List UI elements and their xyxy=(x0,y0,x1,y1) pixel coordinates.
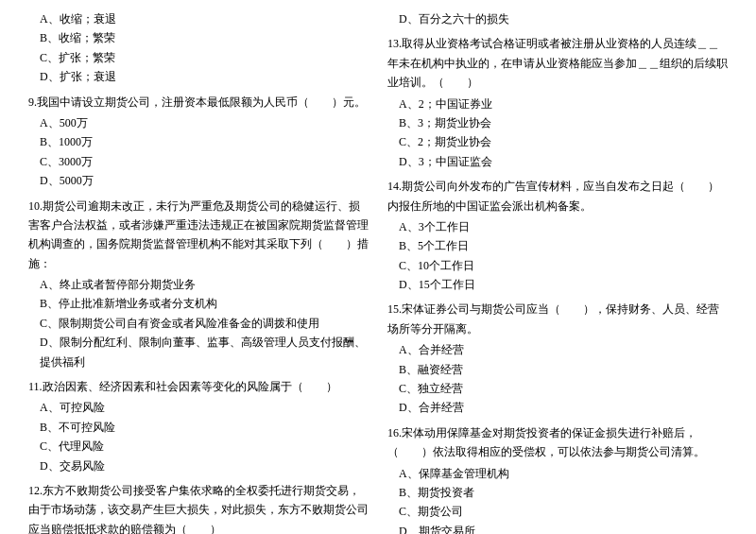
option: B、停止批准新增业务或者分支机构 xyxy=(28,294,369,313)
option: D、15个工作日 xyxy=(387,275,728,294)
option: A、500万 xyxy=(28,113,369,132)
option: C、2；期货业协会 xyxy=(387,132,728,151)
right-column: D、百分之六十的损失13.取得从业资格考试合格证明或者被注册从业资格的人员连续＿… xyxy=(387,9,728,534)
option: A、收缩；衰退 xyxy=(28,9,369,28)
option: A、2；中国证券业 xyxy=(387,95,728,113)
left-column: A、收缩；衰退B、收缩；繁荣C、扩张；繁荣D、扩张；衰退9.我国中请设立期货公司… xyxy=(28,9,369,534)
option: D、期货交易所 xyxy=(387,522,728,534)
question-text: 13.取得从业资格考试合格证明或者被注册从业资格的人员连续＿＿年未在机构中执业的… xyxy=(387,34,728,92)
option: B、收缩；繁荣 xyxy=(28,28,369,47)
question-text: 10.期货公司逾期未改正，未行为严重危及期货公司的稳健运行、损害客户合法权益，或… xyxy=(28,197,369,274)
option: C、限制期货公司自有资金或者风险准备金的调拨和使用 xyxy=(28,314,369,333)
question-text: 15.宋体证券公司与期货公司应当（ ），保持财务、人员、经营场所等分开隔离。 xyxy=(387,300,728,338)
question-block: 12.东方不败期货公司接受客户集依求略的全权委托进行期货交易，由于市场动荡，该交… xyxy=(28,481,369,534)
option: D、扩张；衰退 xyxy=(28,67,369,86)
option: C、独立经营 xyxy=(387,379,728,398)
option: D、合并经营 xyxy=(387,398,728,417)
question-block: 16.宋体动用保障基金对期货投资者的保证金损失进行补赔后，（ ）依法取得相应的受… xyxy=(387,423,728,534)
option: A、可控风险 xyxy=(28,398,369,417)
option: D、5000万 xyxy=(28,171,369,190)
question-block: 11.政治因素、经济因素和社会因素等变化的风险属于（ ）A、可控风险B、不可控风… xyxy=(28,377,369,475)
question-block: 10.期货公司逾期未改正，未行为严重危及期货公司的稳健运行、损害客户合法权益，或… xyxy=(28,197,369,372)
option: A、3个工作日 xyxy=(387,217,728,236)
question-block: D、百分之六十的损失 xyxy=(387,9,728,28)
question-text: 9.我国中请设立期货公司，注册资本最低限额为人民币（ ）元。 xyxy=(28,93,369,112)
option: A、合并经营 xyxy=(387,340,728,359)
question-text: 14.期货公司向外发布的广告宣传材料，应当自发布之日起（ ）内报住所地的中国证监… xyxy=(387,177,728,215)
option: D、限制分配红利、限制向董事、监事、高级管理人员支付报酬、提供福利 xyxy=(28,333,369,371)
option: D、3；中国证监会 xyxy=(387,152,728,171)
option: A、保障基金管理机构 xyxy=(387,464,728,483)
option: C、代理风险 xyxy=(28,437,369,456)
question-block: A、收缩；衰退B、收缩；繁荣C、扩张；繁荣D、扩张；衰退 xyxy=(28,9,369,87)
option: B、期货投资者 xyxy=(387,483,728,502)
question-block: 15.宋体证券公司与期货公司应当（ ），保持财务、人员、经营场所等分开隔离。A、… xyxy=(387,300,728,417)
option: D、交易风险 xyxy=(28,456,369,475)
question-block: 14.期货公司向外发布的广告宣传材料，应当自发布之日起（ ）内报住所地的中国证监… xyxy=(387,177,728,294)
question-block: 13.取得从业资格考试合格证明或者被注册从业资格的人员连续＿＿年未在机构中执业的… xyxy=(387,34,728,171)
option: B、1000万 xyxy=(28,132,369,151)
option: C、10个工作日 xyxy=(387,256,728,275)
option: D、百分之六十的损失 xyxy=(387,9,728,28)
option: C、3000万 xyxy=(28,152,369,171)
question-text: 16.宋体动用保障基金对期货投资者的保证金损失进行补赔后，（ ）依法取得相应的受… xyxy=(387,423,728,462)
question-text: 11.政治因素、经济因素和社会因素等变化的风险属于（ ） xyxy=(28,377,369,396)
option: B、5个工作日 xyxy=(387,236,728,255)
question-block: 9.我国中请设立期货公司，注册资本最低限额为人民币（ ）元。A、500万B、10… xyxy=(28,93,369,191)
option: C、扩张；繁荣 xyxy=(28,48,369,67)
option: B、3；期货业协会 xyxy=(387,113,728,132)
option: B、融资经营 xyxy=(387,360,728,379)
option: A、终止或者暂停部分期货业务 xyxy=(28,275,369,294)
option: C、期货公司 xyxy=(387,502,728,521)
question-text: 12.东方不败期货公司接受客户集依求略的全权委托进行期货交易，由于市场动荡，该交… xyxy=(28,481,369,534)
option: B、不可控风险 xyxy=(28,418,369,437)
